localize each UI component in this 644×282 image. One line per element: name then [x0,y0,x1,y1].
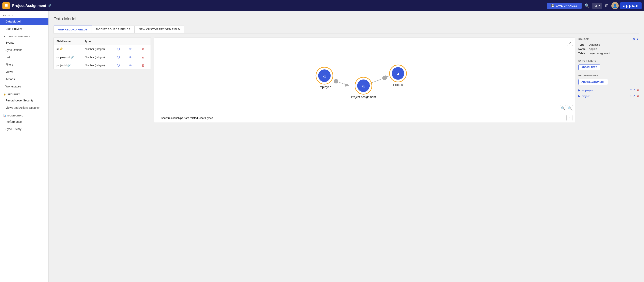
relationship-name-employee[interactable]: ▶ employee [578,89,593,92]
svg-text:a: a [323,73,326,79]
delete-icon-employeeid[interactable]: 🗑 [141,55,146,59]
edit-icon-projectid[interactable]: ✏ [128,63,133,67]
fields-table-section: Field Name Type id 🔑 Number (Int [54,38,151,123]
sidebar-section-data: 🗃 DATA [0,11,48,18]
link-icon-projectid: 🔗 [67,64,70,67]
col-type: Type [82,38,113,45]
delete-icon-id[interactable]: 🗑 [141,47,146,51]
sidebar-section-ux: 🖥 USER EXPERIENCE [0,33,48,39]
save-changes-button[interactable]: 💾 SAVE CHANGES [547,3,582,9]
field-type-id: Number (Integer) [82,45,113,53]
sidebar-item-actions[interactable]: Actions [0,76,48,83]
tab-modify-source-fields[interactable]: MODIFY SOURCE FIELDS [92,26,134,33]
save-changes-label: SAVE CHANGES [556,4,578,7]
svg-text:a: a [362,83,364,89]
top-navigation: ☰ Project Assignment 🔗 💾 SAVE CHANGES 🔍 … [0,0,644,11]
show-relationships-checkbox[interactable] [157,117,159,119]
source-info: Type Database Name Appian Table projecta… [578,43,639,55]
expand-diagram-button[interactable]: ⤢ [567,40,573,46]
relationships-section-title: RELATIONSHIPS [578,74,639,77]
diagram-section: a Employee a Project Assignment a Projec… [154,38,575,123]
database-icon: 🗃 [3,14,6,17]
sidebar-section-monitoring: 📊 MONITORING [0,111,48,118]
page-title: Data Model [54,16,639,22]
app-title: Project Assignment 🔗 [12,4,544,8]
svg-text:Project Assignment: Project Assignment [351,95,376,99]
sidebar-item-record-level-security[interactable]: Record-Level Security [0,97,48,104]
diagram-expand-controls: ⤢ [567,40,573,46]
col-field-name: Field Name [54,38,82,45]
add-relationship-button[interactable]: ADD RELATIONSHIP [578,79,608,85]
relationship-actions-project: ⬡ ↗ 🗑 [630,94,639,98]
source-section-title: SOURCE ⚙ ▼ [578,38,639,41]
svg-marker-4 [384,75,389,78]
table-row: employeeid 🔗 Number (Integer) ⬡ ✏ 🗑 [54,53,151,61]
external-link-icon: 🔗 [48,4,51,7]
sidebar-item-data-model[interactable]: Data Model [0,18,48,25]
edit-icon-id[interactable]: ✏ [128,47,133,51]
field-name-id: id 🔑 [54,45,82,53]
sidebar-item-workspaces[interactable]: Workspaces [0,83,48,90]
delete-icon-projectid[interactable]: 🗑 [141,63,146,67]
sidebar-item-sync-options[interactable]: Sync Options [0,46,48,54]
relationship-actions-employee: ⬡ ↗ 🗑 [630,89,639,92]
app-icon: ☰ [2,2,10,9]
source-name-label: Name [578,48,586,51]
relationship-name-project[interactable]: ▶ project [578,95,590,98]
monitor-icon: 🖥 [3,35,6,38]
grid-button[interactable]: ⊞ [604,2,610,9]
sidebar-item-sync-history[interactable]: Sync History [0,125,48,133]
svg-line-2 [367,78,384,85]
sidebar-item-list[interactable]: List [0,54,48,61]
edit-icon-employeeid[interactable]: ✏ [128,55,133,59]
show-relationships-label[interactable]: Show relationships from related record t… [161,116,213,120]
sidebar-item-performance[interactable]: Performance [0,118,48,125]
zoom-out-button[interactable]: 🔍 [567,105,573,111]
chevron-down-icon: ▼ [598,5,600,7]
sidebar-item-events[interactable]: Events [0,39,48,46]
relationship-delete-icon-employee[interactable]: 🗑 [636,89,639,92]
gear-icon: ⚙ [594,4,597,8]
search-button[interactable]: 🔍 [583,2,591,9]
svg-text:Employee: Employee [318,85,331,89]
relationship-external-icon-project[interactable]: ↗ [633,94,636,98]
floppy-icon: 💾 [551,4,554,7]
chart-icon: 📊 [3,114,6,117]
key-icon: 🔑 [59,48,62,51]
svg-marker-5 [344,84,349,87]
table-row: projectid 🔗 Number (Integer) ⬡ ✏ 🗑 [54,61,151,69]
user-avatar[interactable]: 👤 [611,2,619,9]
sidebar-item-data-preview[interactable]: Data Preview [0,25,48,33]
source-table-label: Table [578,52,586,55]
appian-logo: appian [620,2,642,9]
tab-map-record-fields[interactable]: MAP RECORD FIELDS [54,26,92,33]
relationship-delete-icon-project[interactable]: 🗑 [636,94,639,98]
relationship-external-icon-employee[interactable]: ↗ [633,89,636,92]
source-type-value: Database [589,43,639,46]
app-title-text: Project Assignment [12,4,46,8]
tab-new-custom-record-field[interactable]: NEW CUSTOM RECORD FIELD [134,26,184,33]
svg-point-1 [334,79,338,84]
relationship-expand-icon-employee[interactable]: ⬡ [630,89,632,92]
sidebar-item-views[interactable]: Views [0,68,48,76]
sync-icon-projectid[interactable]: ⬡ [116,63,120,67]
sync-icon-id[interactable]: ⬡ [116,47,120,51]
table-row: id 🔑 Number (Integer) ⬡ ✏ 🗑 [54,45,151,53]
relationship-arrow-icon-2: ▶ [578,95,580,98]
relationship-arrow-icon: ▶ [578,89,580,92]
zoom-in-button[interactable]: 🔍 [560,105,566,111]
sidebar-item-filters[interactable]: Filters [0,61,48,68]
field-name-projectid: projectid 🔗 [54,61,82,69]
relationship-item-project: ▶ project ⬡ ↗ 🗑 [578,93,639,99]
sync-icon-employeeid[interactable]: ⬡ [116,55,120,59]
sidebar-item-views-and-actions-security[interactable]: Views and Actions Security [0,104,48,111]
relationship-expand-icon-project[interactable]: ⬡ [630,94,632,98]
add-filters-button[interactable]: ADD FILTERS [578,65,600,70]
source-table-value: projectassignment [589,52,639,55]
settings-button[interactable]: ⚙ ▼ [592,3,602,9]
tab-bar: MAP RECORD FIELDS MODIFY SOURCE FIELDS N… [54,26,639,34]
source-settings-icon[interactable]: ⚙ ▼ [632,38,639,41]
expand-bottom-button[interactable]: ⤢ [566,115,572,121]
show-relationships-bar: Show relationships from related record t… [154,113,575,123]
nav-right: 💾 SAVE CHANGES 🔍 ⚙ ▼ ⊞ 👤 appian [547,2,642,9]
